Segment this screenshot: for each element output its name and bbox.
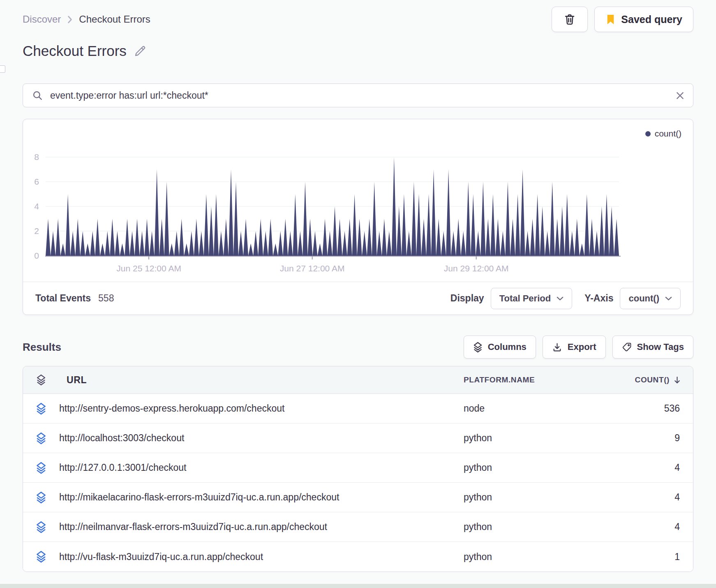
chevron-right-icon — [67, 16, 72, 23]
url-cell[interactable]: http://vu-flask-m3uuizd7iq-uc.a.run.app/… — [59, 551, 464, 563]
discover-page: Discover Checkout Errors Saved query Che… — [0, 0, 716, 572]
display-label: Display — [450, 293, 484, 304]
show-tags-button[interactable]: Show Tags — [612, 336, 694, 359]
results-actions: Columns Export Show Tags — [464, 336, 693, 359]
stack-icon-blue[interactable] — [23, 432, 59, 444]
column-header-platform[interactable]: PLATFORM.NAME — [464, 375, 612, 384]
chart-legend[interactable]: count() — [645, 129, 681, 139]
bookmark-icon — [605, 14, 616, 25]
table-row[interactable]: http://mikaelacarino-flask-errors-m3uuiz… — [23, 483, 693, 512]
section-divider — [23, 69, 693, 69]
columns-label: Columns — [488, 342, 527, 352]
table-header-row: URL PLATFORM.NAME COUNT() — [23, 366, 693, 394]
header-actions: Saved query — [552, 7, 693, 32]
legend-dot — [645, 131, 651, 137]
total-events-label: Total Events — [35, 293, 91, 304]
table-row[interactable]: http://localhost:3003/checkout python 9 — [23, 424, 693, 453]
count-cell: 9 — [612, 433, 693, 444]
show-tags-label: Show Tags — [637, 342, 684, 352]
url-cell[interactable]: http://localhost:3003/checkout — [59, 433, 464, 444]
table-body: http://sentry-demos-express.herokuapp.co… — [23, 394, 693, 572]
chevron-down-icon — [557, 296, 564, 301]
left-edge-tab — [0, 65, 5, 73]
stack-icon-blue[interactable] — [23, 491, 59, 504]
svg-text:4: 4 — [34, 201, 39, 211]
svg-text:Jun 27 12:00 AM: Jun 27 12:00 AM — [280, 264, 345, 273]
count-header-label: COUNT() — [635, 375, 670, 384]
total-events: Total Events 558 — [35, 293, 114, 304]
events-area-chart[interactable]: 02468Jun 25 12:00 AMJun 27 12:00 AMJun 2… — [23, 119, 693, 282]
stack-icon-blue[interactable] — [23, 403, 59, 415]
count-cell: 4 — [612, 462, 693, 473]
svg-text:Jun 25 12:00 AM: Jun 25 12:00 AM — [116, 264, 181, 273]
search-input[interactable] — [50, 90, 669, 101]
svg-text:8: 8 — [34, 152, 39, 162]
platform-cell: python — [464, 492, 612, 503]
download-icon — [552, 342, 562, 352]
table-row[interactable]: http://neilmanvar-flask-errors-m3uuizd7i… — [23, 512, 693, 542]
page-title: Checkout Errors — [23, 43, 127, 59]
url-cell[interactable]: http://127.0.0.1:3001/checkout — [59, 462, 464, 473]
column-header-url[interactable]: URL — [59, 375, 464, 386]
svg-text:6: 6 — [34, 177, 39, 186]
layers-icon — [473, 342, 483, 353]
svg-text:0: 0 — [34, 251, 39, 260]
platform-cell: python — [464, 433, 612, 444]
page-header: Discover Checkout Errors Saved query — [23, 0, 693, 32]
count-cell: 4 — [612, 492, 693, 503]
table-row[interactable]: http://sentry-demos-express.herokuapp.co… — [23, 394, 693, 424]
bottom-edge — [0, 584, 716, 588]
chevron-down-icon — [665, 296, 672, 301]
yaxis-value: count() — [628, 293, 659, 304]
platform-cell: python — [464, 462, 612, 473]
chart-footer: Total Events 558 Display Total Period Y-… — [23, 282, 693, 315]
sort-desc-arrow-icon — [673, 376, 681, 384]
events-chart-panel: 02468Jun 25 12:00 AMJun 27 12:00 AMJun 2… — [23, 119, 693, 315]
title-row: Checkout Errors — [23, 43, 693, 59]
saved-query-label: Saved query — [621, 14, 682, 25]
platform-cell: python — [464, 551, 612, 563]
url-cell[interactable]: http://neilmanvar-flask-errors-m3uuizd7i… — [59, 521, 464, 532]
total-events-value: 558 — [98, 293, 114, 304]
url-cell[interactable]: http://sentry-demos-express.herokuapp.co… — [59, 403, 464, 414]
svg-text:2: 2 — [34, 226, 39, 236]
yaxis-label: Y-Axis — [584, 293, 613, 304]
legend-label: count() — [655, 129, 681, 139]
platform-cell: python — [464, 521, 612, 532]
search-icon — [32, 90, 43, 101]
yaxis-select[interactable]: count() — [620, 288, 681, 309]
stack-icon-blue[interactable] — [23, 551, 59, 563]
breadcrumb-discover-link[interactable]: Discover — [23, 14, 61, 25]
count-cell: 1 — [612, 551, 693, 563]
stack-icon-blue[interactable] — [23, 462, 59, 474]
table-row[interactable]: http://vu-flask-m3uuizd7iq-uc.a.run.app/… — [23, 542, 693, 572]
url-cell[interactable]: http://mikaelacarino-flask-errors-m3uuiz… — [59, 492, 464, 503]
results-table: URL PLATFORM.NAME COUNT() http://sentry-… — [23, 366, 693, 572]
trash-icon — [564, 13, 576, 25]
table-row[interactable]: http://127.0.0.1:3001/checkout python 4 — [23, 453, 693, 483]
platform-cell: node — [464, 403, 612, 414]
edit-title-pencil-icon[interactable] — [134, 45, 146, 57]
column-header-count[interactable]: COUNT() — [612, 375, 693, 384]
export-label: Export — [568, 342, 596, 352]
breadcrumb: Discover Checkout Errors — [23, 14, 150, 25]
delete-query-button[interactable] — [552, 7, 588, 32]
results-header: Results Columns Export Show Tags — [23, 336, 693, 359]
tag-icon — [622, 342, 632, 352]
clear-search-icon[interactable] — [676, 92, 684, 100]
stack-icon[interactable] — [23, 374, 59, 386]
count-cell: 4 — [612, 521, 693, 532]
columns-button[interactable]: Columns — [464, 336, 536, 359]
export-button[interactable]: Export — [543, 336, 606, 359]
display-value: Total Period — [499, 293, 551, 304]
chart-controls: Display Total Period Y-Axis count() — [450, 288, 681, 309]
breadcrumb-current: Checkout Errors — [79, 14, 150, 25]
count-cell: 536 — [612, 403, 693, 414]
search-bar[interactable] — [23, 83, 693, 107]
svg-text:Jun 29 12:00 AM: Jun 29 12:00 AM — [444, 264, 509, 273]
saved-query-button[interactable]: Saved query — [594, 7, 693, 32]
display-select[interactable]: Total Period — [491, 288, 573, 309]
results-heading: Results — [23, 341, 61, 354]
stack-icon-blue[interactable] — [23, 521, 59, 533]
